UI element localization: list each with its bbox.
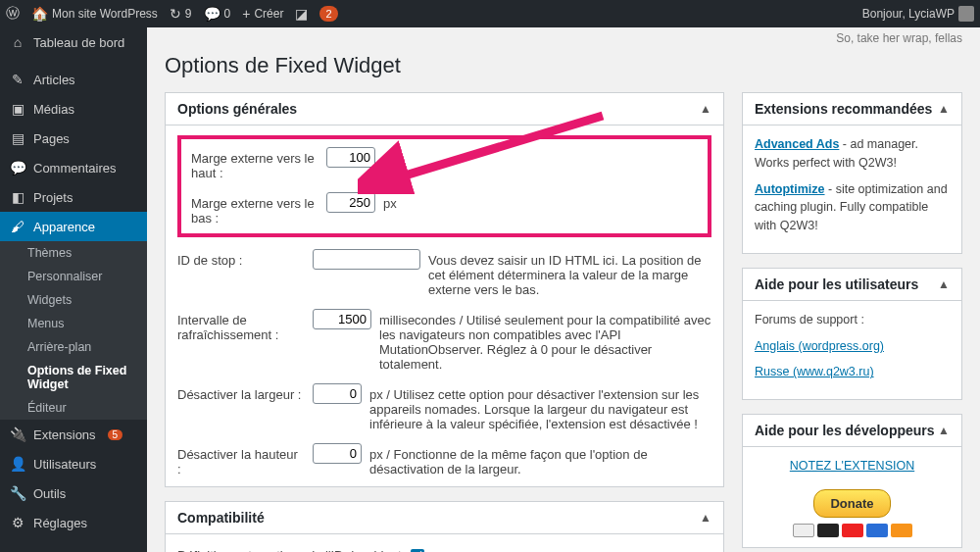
- refresh-desc: millisecondes / Utilisé seulement pour l…: [379, 309, 711, 372]
- refresh-input[interactable]: [313, 309, 371, 329]
- margin-top-input[interactable]: [326, 147, 375, 168]
- wp-logo[interactable]: ⓦ: [6, 5, 20, 23]
- card-icon: [842, 524, 863, 537]
- visa-icon: [793, 524, 814, 537]
- box-help-developers: Aide pour les développeurs ▲ NOTEZ L'EXT…: [742, 414, 962, 548]
- menu-posts[interactable]: ✎Articles: [0, 65, 147, 94]
- unit-px: px: [383, 192, 397, 211]
- auto-id-label: Définition automatique de l'ID du widget…: [177, 544, 403, 552]
- menu-comments[interactable]: 💬Commentaires: [0, 153, 147, 182]
- disable-height-desc: px / Fonctionne de la même façon que l'o…: [369, 443, 711, 477]
- content-area: So, take her wrap, fellas Options de Fix…: [147, 27, 980, 552]
- link-rate-extension[interactable]: NOTEZ L'EXTENSION: [790, 459, 914, 473]
- box-compat-title: Compatibilité: [177, 510, 265, 526]
- submenu-themes[interactable]: Thèmes: [0, 241, 147, 265]
- menu-settings[interactable]: ⚙Réglages: [0, 508, 147, 537]
- donate-button[interactable]: Donate: [813, 489, 890, 519]
- toggle-icon[interactable]: ▲: [938, 424, 950, 437]
- notifications[interactable]: 2: [319, 6, 337, 22]
- new-content[interactable]: +Créer: [242, 6, 283, 22]
- mastercard-icon: [817, 524, 839, 537]
- disable-width-desc: px / Utilisez cette option pour désactiv…: [369, 383, 711, 431]
- updates[interactable]: ↻9: [170, 6, 192, 22]
- box-help-users-title: Aide pour les utilisateurs: [755, 276, 918, 292]
- site-name[interactable]: 🏠Mon site WordPress: [31, 6, 158, 22]
- submenu-menus[interactable]: Menus: [0, 312, 147, 335]
- disable-height-input[interactable]: [313, 443, 362, 464]
- comments-bubble[interactable]: 💬0: [204, 6, 231, 22]
- margin-top-label: Marge externe vers le haut :: [191, 147, 318, 180]
- highlight-box: Marge externe vers le haut : px Marge ex…: [177, 135, 711, 237]
- link-forum-ru[interactable]: Russe (www.q2w3.ru): [755, 365, 874, 378]
- disable-width-input[interactable]: [313, 383, 362, 404]
- link-autoptimize[interactable]: Autoptimize: [755, 182, 825, 196]
- box-help-users: Aide pour les utilisateurs ▲ Forums de s…: [742, 268, 962, 400]
- stop-id-label: ID de stop :: [177, 249, 305, 268]
- submenu-background[interactable]: Arrière-plan: [0, 335, 147, 359]
- menu-users[interactable]: 👤Utilisateurs: [0, 449, 147, 478]
- toggle-icon[interactable]: ▲: [700, 102, 711, 116]
- menu-media[interactable]: ▣Médias: [0, 94, 147, 124]
- discover-icon: [891, 524, 912, 537]
- my-account[interactable]: Bonjour, LyciaWP: [862, 6, 974, 22]
- refresh-label: Intervalle de rafraîchissement :: [177, 309, 305, 342]
- margin-bottom-input[interactable]: [326, 192, 375, 213]
- toggle-icon[interactable]: ▲: [938, 277, 950, 291]
- submenu-editor[interactable]: Éditeur: [0, 396, 147, 420]
- payment-cards: [755, 524, 950, 537]
- menu-tools[interactable]: 🔧Outils: [0, 478, 147, 508]
- toggle-icon[interactable]: ▲: [938, 102, 950, 116]
- unit-px: px: [383, 147, 397, 166]
- box-ext-title: Extensions recommandées: [755, 101, 932, 117]
- toggle-icon[interactable]: ▲: [700, 511, 711, 525]
- forums-label: Forums de support :: [755, 311, 950, 329]
- stop-id-desc: Vous devez saisir un ID HTML ici. La pos…: [428, 249, 711, 297]
- disable-width-label: Désactiver la largeur :: [177, 383, 305, 402]
- box-general-options: Options générales ▲ Marge externe vers l…: [165, 92, 724, 487]
- amex-icon: [866, 524, 888, 537]
- box-recommended-extensions: Extensions recommandées ▲ Advanced Ads -…: [742, 92, 962, 254]
- link-advanced-ads[interactable]: Advanced Ads: [755, 137, 839, 151]
- admin-menu: ⌂Tableau de bord ✎Articles ▣Médias ▤Page…: [0, 27, 147, 552]
- page-title: Options de Fixed Widget: [165, 53, 962, 78]
- margin-bottom-label: Marge externe vers le bas :: [191, 192, 318, 226]
- admin-bar: ⓦ 🏠Mon site WordPress ↻9 💬0 +Créer ◪ 2 B…: [0, 0, 980, 27]
- menu-pages[interactable]: ▤Pages: [0, 124, 147, 153]
- avatar: [958, 6, 974, 22]
- menu-plugins[interactable]: 🔌Extensions5: [0, 420, 147, 449]
- yoast-icon[interactable]: ◪: [295, 6, 308, 22]
- box-help-dev-title: Aide pour les développeurs: [755, 423, 935, 438]
- submenu-customize[interactable]: Personnaliser: [0, 265, 147, 288]
- box-general-title: Options générales: [177, 101, 297, 117]
- menu-appearance[interactable]: 🖌Apparence: [0, 212, 147, 241]
- tagline: So, take her wrap, fellas: [165, 27, 962, 49]
- disable-height-label: Désactiver la hauteur :: [177, 443, 305, 477]
- submenu-fixed-widget[interactable]: Options de Fixed Widget: [0, 359, 147, 396]
- menu-projects[interactable]: ◧Projets: [0, 182, 147, 212]
- link-forum-en[interactable]: Anglais (wordpress.org): [755, 339, 884, 353]
- menu-dashboard[interactable]: ⌂Tableau de bord: [0, 27, 147, 57]
- submenu-widgets[interactable]: Widgets: [0, 288, 147, 312]
- stop-id-input[interactable]: [313, 249, 420, 270]
- box-compatibility: Compatibilité ▲ Définition automatique d…: [165, 501, 724, 552]
